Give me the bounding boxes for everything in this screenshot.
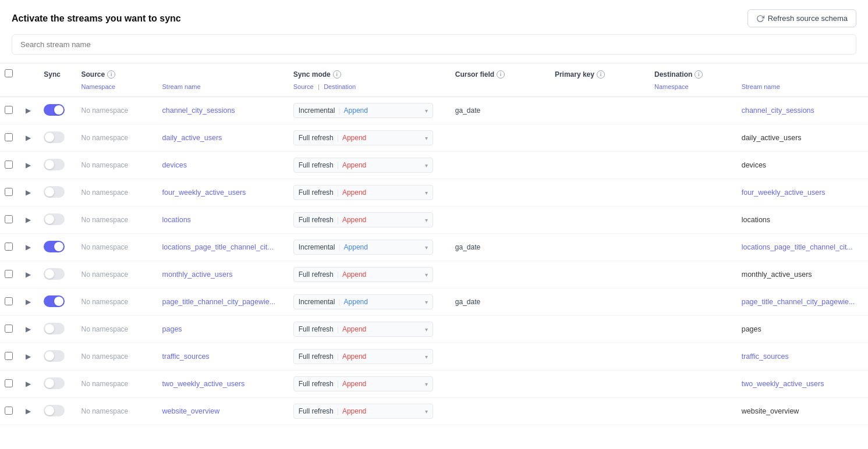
sync-mode-dropdown-2[interactable]: Full refresh | Append ▾ xyxy=(293,130,433,145)
expand-icon-9[interactable]: ▶ xyxy=(23,324,33,334)
row-checkbox-4[interactable] xyxy=(5,188,13,196)
toggle-track-6[interactable] xyxy=(44,241,65,252)
row-toggle-10[interactable] xyxy=(44,350,65,362)
toggle-track-3[interactable] xyxy=(44,159,65,170)
sync-mode-dropdown-6[interactable]: Incremental | Append ▾ xyxy=(293,240,433,255)
sync-mode-dropdown-3[interactable]: Full refresh | Append ▾ xyxy=(293,158,433,173)
expand-icon-8[interactable]: ▶ xyxy=(23,297,33,307)
sync-mode-dropdown-4[interactable]: Full refresh | Append ▾ xyxy=(293,185,433,200)
row-toggle-5[interactable] xyxy=(44,213,65,225)
row-expand-8[interactable]: ▶ xyxy=(19,288,39,316)
src-stream-link-1[interactable]: channel_city_sessions xyxy=(162,106,235,115)
row-expand-7[interactable]: ▶ xyxy=(19,261,39,288)
row-checkbox-2[interactable] xyxy=(5,133,13,141)
row-toggle-11[interactable] xyxy=(44,377,65,389)
row-expand-1[interactable]: ▶ xyxy=(19,97,39,124)
expand-icon-11[interactable]: ▶ xyxy=(23,379,33,389)
src-stream-link-2[interactable]: daily_active_users xyxy=(162,134,222,142)
primary-key-info-icon[interactable]: i xyxy=(597,70,605,79)
toggle-track-11[interactable] xyxy=(44,377,65,389)
dst-stream-link-4[interactable]: four_weekly_active_users xyxy=(742,188,826,197)
toggle-track-4[interactable] xyxy=(44,186,65,198)
sync-mode-dropdown-1[interactable]: Incremental | Append ▾ xyxy=(293,103,433,118)
dst-stream-link-6[interactable]: locations_page_title_channel_cit... xyxy=(742,243,853,251)
select-all-checkbox[interactable] xyxy=(5,69,13,77)
expand-icon-5[interactable]: ▶ xyxy=(23,215,33,225)
row-checkbox-8[interactable] xyxy=(5,297,13,305)
row-checkbox-10[interactable] xyxy=(5,352,13,360)
src-namespace-text-3: No namespace xyxy=(82,161,129,169)
row-toggle-4[interactable] xyxy=(44,186,65,198)
row-checkbox-5[interactable] xyxy=(5,215,13,223)
search-input[interactable] xyxy=(12,34,856,55)
dst-stream-link-11[interactable]: two_weekly_active_users xyxy=(742,380,824,388)
expand-icon-12[interactable]: ▶ xyxy=(23,406,33,416)
expand-icon-4[interactable]: ▶ xyxy=(23,187,33,198)
sync-mode-dropdown-7[interactable]: Full refresh | Append ▾ xyxy=(293,267,433,282)
src-stream-link-3[interactable]: devices xyxy=(162,161,187,169)
row-expand-3[interactable]: ▶ xyxy=(19,152,39,179)
toggle-track-5[interactable] xyxy=(44,213,65,225)
row-expand-6[interactable]: ▶ xyxy=(19,234,39,261)
src-stream-link-7[interactable]: monthly_active_users xyxy=(162,270,233,279)
toggle-track-8[interactable] xyxy=(44,295,65,307)
row-cursor-12 xyxy=(451,398,550,425)
src-stream-link-10[interactable]: traffic_sources xyxy=(162,352,210,361)
expand-icon-10[interactable]: ▶ xyxy=(23,351,33,362)
row-toggle-9[interactable] xyxy=(44,323,65,334)
row-checkbox-7[interactable] xyxy=(5,270,13,278)
sync-mode-dropdown-9[interactable]: Full refresh | Append ▾ xyxy=(293,322,433,337)
row-expand-12[interactable]: ▶ xyxy=(19,398,39,425)
sync-mode-dropdown-12[interactable]: Full refresh | Append ▾ xyxy=(293,404,433,419)
row-expand-11[interactable]: ▶ xyxy=(19,370,39,398)
source-info-icon[interactable]: i xyxy=(107,70,115,79)
src-stream-link-5[interactable]: locations xyxy=(162,216,191,224)
sync-mode-dropdown-5[interactable]: Full refresh | Append ▾ xyxy=(293,212,433,227)
dst-stream-link-8[interactable]: page_title_channel_city_pagewie... xyxy=(742,298,855,306)
expand-icon-3[interactable]: ▶ xyxy=(23,160,33,170)
sync-mode-dropdown-10[interactable]: Full refresh | Append ▾ xyxy=(293,349,433,364)
dst-stream-link-10[interactable]: traffic_sources xyxy=(742,352,789,361)
row-toggle-2[interactable] xyxy=(44,131,65,143)
sync-mode-dropdown-8[interactable]: Incremental | Append ▾ xyxy=(293,294,433,309)
src-stream-link-6[interactable]: locations_page_title_channel_cit... xyxy=(162,243,274,251)
toggle-track-10[interactable] xyxy=(44,350,65,362)
destination-info-icon[interactable]: i xyxy=(695,70,703,79)
row-toggle-8[interactable] xyxy=(44,295,65,307)
row-toggle-3[interactable] xyxy=(44,159,65,170)
row-checkbox-1[interactable] xyxy=(5,106,13,114)
row-toggle-7[interactable] xyxy=(44,268,65,280)
toggle-track-7[interactable] xyxy=(44,268,65,280)
row-checkbox-3[interactable] xyxy=(5,161,13,169)
toggle-track-12[interactable] xyxy=(44,405,65,416)
row-checkbox-9[interactable] xyxy=(5,325,13,333)
expand-icon-6[interactable]: ▶ xyxy=(23,242,33,252)
expand-icon-1[interactable]: ▶ xyxy=(23,105,33,116)
row-checkbox-11[interactable] xyxy=(5,379,13,387)
row-expand-2[interactable]: ▶ xyxy=(19,124,39,152)
row-checkbox-12[interactable] xyxy=(5,407,13,415)
row-toggle-6[interactable] xyxy=(44,241,65,252)
row-checkbox-6[interactable] xyxy=(5,243,13,251)
src-stream-link-9[interactable]: pages xyxy=(162,325,182,333)
toggle-track-1[interactable] xyxy=(44,104,65,116)
cursor-info-icon[interactable]: i xyxy=(497,70,505,79)
toggle-track-9[interactable] xyxy=(44,323,65,334)
row-expand-5[interactable]: ▶ xyxy=(19,206,39,234)
expand-icon-7[interactable]: ▶ xyxy=(23,269,33,280)
dst-stream-link-1[interactable]: channel_city_sessions xyxy=(742,106,814,115)
row-toggle-1[interactable] xyxy=(44,104,65,116)
src-stream-link-12[interactable]: website_overview xyxy=(162,407,220,415)
row-toggle-12[interactable] xyxy=(44,405,65,416)
expand-icon-2[interactable]: ▶ xyxy=(23,133,33,143)
sync-mode-info-icon[interactable]: i xyxy=(333,70,341,79)
row-expand-9[interactable]: ▶ xyxy=(19,316,39,343)
src-stream-link-8[interactable]: page_title_channel_city_pagewie... xyxy=(162,298,276,306)
sync-mode-dropdown-11[interactable]: Full refresh | Append ▾ xyxy=(293,376,433,391)
row-expand-4[interactable]: ▶ xyxy=(19,179,39,206)
toggle-track-2[interactable] xyxy=(44,131,65,143)
row-expand-10[interactable]: ▶ xyxy=(19,343,39,370)
src-stream-link-4[interactable]: four_weekly_active_users xyxy=(162,188,246,197)
src-stream-link-11[interactable]: two_weekly_active_users xyxy=(162,380,245,388)
refresh-button[interactable]: Refresh source schema xyxy=(747,9,856,27)
